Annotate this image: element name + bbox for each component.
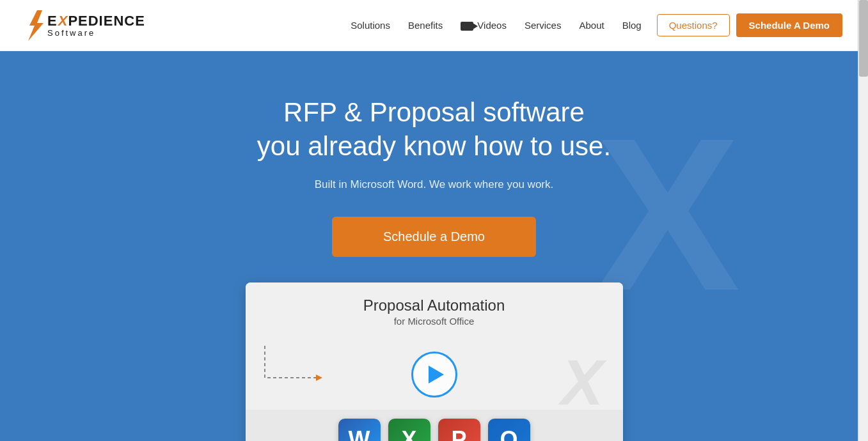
logo-pedience: PEDIENCE bbox=[68, 13, 145, 29]
nav-item-services[interactable]: Services bbox=[525, 20, 562, 31]
play-button[interactable] bbox=[411, 352, 457, 398]
nav-item-about[interactable]: About bbox=[579, 20, 604, 31]
hero-section: X RFP & Proposal software you already kn… bbox=[0, 51, 868, 441]
nav-link-videos-label: Videos bbox=[477, 20, 507, 31]
nav-link-blog[interactable]: Blog bbox=[622, 20, 642, 31]
arrow-dashed-animation bbox=[258, 339, 335, 391]
video-play-area: X bbox=[246, 333, 623, 410]
video-camera-icon bbox=[461, 22, 473, 31]
nav-item-blog[interactable]: Blog bbox=[622, 20, 642, 31]
logo-x-letter: X bbox=[58, 13, 68, 29]
video-card-subtitle: for Microsoft Office bbox=[258, 316, 610, 327]
questions-button[interactable]: Questions? bbox=[657, 14, 730, 36]
nav-links: Solutions Benefits Videos Services About… bbox=[351, 20, 641, 31]
logo-icon bbox=[26, 10, 45, 41]
nav-item-benefits[interactable]: Benefits bbox=[408, 20, 443, 31]
powerpoint-icon: P bbox=[438, 419, 480, 441]
nav-link-about[interactable]: About bbox=[579, 20, 604, 31]
word-icon: W bbox=[338, 419, 381, 441]
video-card-header: Proposal Automation for Microsoft Office bbox=[246, 282, 623, 333]
play-triangle-icon bbox=[429, 366, 444, 383]
nav-item-videos[interactable]: Videos bbox=[461, 20, 507, 31]
hero-title-line2: you already know how to use. bbox=[257, 131, 611, 161]
nav-link-videos[interactable]: Videos bbox=[461, 20, 507, 31]
svg-marker-0 bbox=[28, 10, 43, 41]
nav-item-solutions[interactable]: Solutions bbox=[351, 20, 390, 31]
video-card-title: Proposal Automation bbox=[258, 297, 610, 314]
excel-icon: X bbox=[388, 419, 430, 441]
logo-software-text: Software bbox=[47, 28, 145, 38]
hero-schedule-demo-button[interactable]: Schedule a Demo bbox=[332, 217, 536, 257]
hero-subtitle: Built in Microsoft Word. We work where y… bbox=[315, 178, 554, 191]
logo-expedience: E bbox=[47, 13, 58, 29]
nav-link-benefits[interactable]: Benefits bbox=[408, 20, 443, 31]
video-card-icons: W X P O 03:01 bbox=[246, 410, 623, 441]
schedule-demo-nav-button[interactable]: Schedule A Demo bbox=[736, 13, 842, 37]
video-card: Proposal Automation for Microsoft Office… bbox=[246, 282, 623, 441]
svg-marker-1 bbox=[316, 375, 322, 381]
nav-link-services[interactable]: Services bbox=[525, 20, 562, 31]
nav-link-solutions[interactable]: Solutions bbox=[351, 20, 390, 31]
hero-title: RFP & Proposal software you already know… bbox=[257, 96, 611, 163]
outlook-icon: O bbox=[488, 419, 530, 441]
logo[interactable]: EXPEDIENCE Software bbox=[26, 10, 145, 41]
navbar: EXPEDIENCE Software Solutions Benefits V… bbox=[0, 0, 868, 51]
scrollbar[interactable] bbox=[858, 0, 868, 441]
hero-title-line1: RFP & Proposal software bbox=[283, 97, 585, 127]
scrollbar-thumb[interactable] bbox=[859, 0, 868, 77]
watermark-x: X bbox=[561, 346, 604, 419]
